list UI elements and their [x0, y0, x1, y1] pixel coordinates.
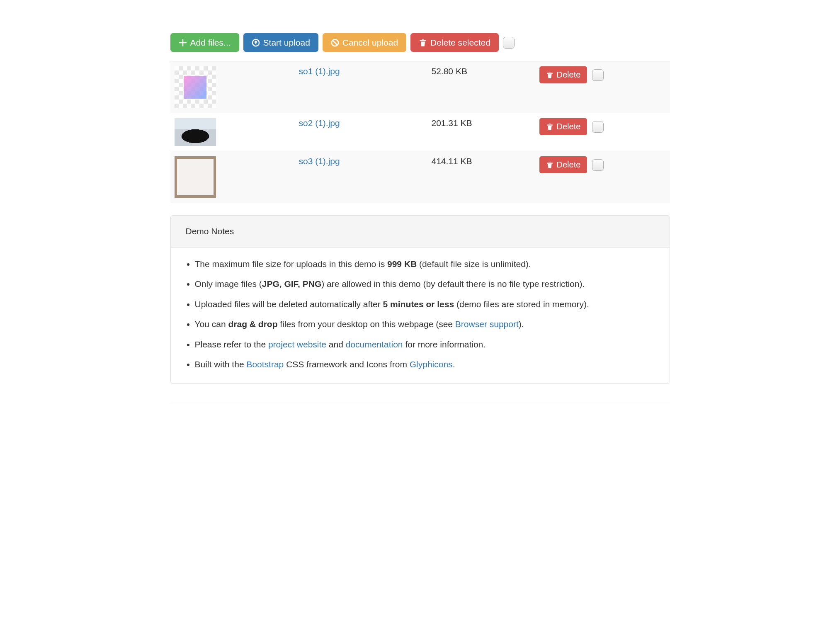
file-table: so1 (1).jpg 52.80 KB Delete: [170, 61, 670, 203]
documentation-link[interactable]: documentation: [346, 340, 403, 349]
note-text: (demo files are stored in memory).: [454, 299, 589, 309]
table-row: so1 (1).jpg 52.80 KB Delete: [170, 61, 670, 113]
glyphicons-link[interactable]: Glyphicons: [410, 359, 453, 369]
file-size: 414.11 KB: [432, 156, 472, 166]
note-text: Uploaded files will be deleted automatic…: [195, 299, 383, 309]
delete-row-label: Delete: [557, 160, 581, 170]
file-size: 201.31 KB: [432, 118, 472, 128]
note-text: files from your desktop on this webpage …: [277, 319, 455, 329]
note-bold: JPG, GIF, PNG: [262, 279, 322, 289]
start-upload-label: Start upload: [263, 38, 310, 47]
list-item: Built with the Bootstrap CSS framework a…: [195, 358, 655, 371]
note-text: You can: [195, 319, 228, 329]
row-checkbox[interactable]: [592, 159, 604, 171]
note-text: CSS framework and Icons from: [284, 359, 409, 369]
list-item: The maximum file size for uploads in thi…: [195, 258, 655, 270]
file-name-link[interactable]: so2 (1).jpg: [299, 118, 340, 128]
start-upload-button[interactable]: Start upload: [243, 33, 318, 52]
project-website-link[interactable]: project website: [268, 340, 326, 349]
note-text: ).: [519, 319, 524, 329]
add-files-button[interactable]: Add files...: [170, 33, 239, 52]
add-files-label: Add files...: [190, 38, 231, 47]
delete-row-button[interactable]: Delete: [539, 66, 588, 83]
note-bold: 5 minutes or less: [383, 299, 454, 309]
note-text: ) are allowed in this demo (by default t…: [321, 279, 585, 289]
delete-selected-label: Delete selected: [430, 38, 490, 47]
delete-row-button[interactable]: Delete: [539, 118, 588, 135]
file-thumbnail: [175, 66, 216, 108]
demo-notes-panel: Demo Notes The maximum file size for upl…: [170, 215, 670, 384]
note-bold: 999 KB: [387, 259, 417, 269]
delete-row-label: Delete: [557, 70, 581, 80]
file-name-link[interactable]: so1 (1).jpg: [299, 66, 340, 76]
panel-title: Demo Notes: [171, 216, 670, 248]
footer-divider: [170, 404, 670, 404]
delete-row-label: Delete: [557, 122, 581, 131]
note-text: The maximum file size for uploads in thi…: [195, 259, 388, 269]
bootstrap-link[interactable]: Bootstrap: [246, 359, 284, 369]
table-row: so2 (1).jpg 201.31 KB Delete: [170, 113, 670, 151]
file-name-link[interactable]: so3 (1).jpg: [299, 156, 340, 166]
note-bold: drag & drop: [228, 319, 277, 329]
note-text: Built with the: [195, 359, 247, 369]
list-item: Only image files (JPG, GIF, PNG) are all…: [195, 278, 655, 290]
note-text: Please refer to the: [195, 340, 268, 349]
note-text: Only image files (: [195, 279, 262, 289]
note-text: and: [326, 340, 346, 349]
browser-support-link[interactable]: Browser support: [455, 319, 519, 329]
select-all-checkbox[interactable]: [503, 37, 515, 49]
cancel-upload-button[interactable]: Cancel upload: [323, 33, 406, 52]
plus-icon: [179, 39, 187, 47]
trash-icon: [546, 161, 554, 169]
panel-body: The maximum file size for uploads in thi…: [171, 248, 670, 383]
note-text: for more information.: [403, 340, 486, 349]
file-thumbnail: [175, 118, 216, 146]
delete-selected-button[interactable]: Delete selected: [410, 33, 499, 52]
file-thumbnail: [175, 156, 216, 198]
list-item: Uploaded files will be deleted automatic…: [195, 298, 655, 311]
upload-icon: [252, 39, 260, 47]
trash-icon: [546, 123, 554, 131]
trash-icon: [546, 71, 554, 79]
delete-row-button[interactable]: Delete: [539, 156, 588, 173]
upload-toolbar: Add files... Start upload Cancel upload …: [170, 0, 670, 61]
table-row: so3 (1).jpg 414.11 KB Delete: [170, 151, 670, 203]
ban-icon: [331, 39, 339, 47]
row-checkbox[interactable]: [592, 69, 604, 81]
note-text: .: [453, 359, 455, 369]
list-item: You can drag & drop files from your desk…: [195, 318, 655, 330]
list-item: Please refer to the project website and …: [195, 338, 655, 351]
file-size: 52.80 KB: [432, 66, 467, 76]
note-text: (default file size is unlimited).: [417, 259, 531, 269]
trash-icon: [419, 39, 427, 47]
row-checkbox[interactable]: [592, 121, 604, 133]
cancel-upload-label: Cancel upload: [342, 38, 398, 47]
